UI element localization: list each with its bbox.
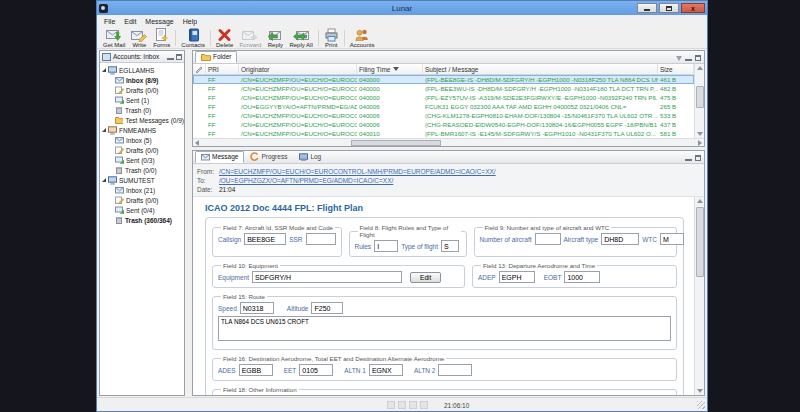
menu-edit[interactable]: Edit [120,17,140,26]
table-row[interactable]: FF /CN=EUCHZMFP/OU=EUCH/O=EUROCONT... 04… [193,75,694,84]
altn1-input[interactable] [369,364,403,376]
tree-folder-inbox[interactable]: Inbox (8/9) [102,75,184,85]
minimize-button[interactable] [637,3,657,13]
reply-all-button[interactable]: Reply All [286,27,315,48]
scroll-left-icon[interactable] [195,140,199,146]
form-vertical-scrollbar[interactable] [694,197,704,395]
ssr-input[interactable] [306,233,336,245]
panel-minimize-icon[interactable] [685,55,692,61]
tree-folder-drafts[interactable]: Drafts (0/0) [102,195,184,205]
tree-folder-inbox[interactable]: Inbox (21) [102,185,184,195]
table-row[interactable]: FF /CN=EUCHZMFP/OU=EUCH/O=EUROCONT... 04… [193,93,694,102]
to-address-link[interactable]: /OU=EGPHZGZX/O=AFTN/PRMD=EG/ADMD=ICAO/C=… [219,177,393,184]
expander-icon[interactable] [102,128,106,132]
speed-input[interactable] [240,302,274,314]
altitude-input[interactable] [311,302,343,314]
callsign-input[interactable] [244,233,286,245]
table-row[interactable]: FF /CN=EUCHZMFP/OU=EUCH/O=EUROCONT... 04… [193,84,694,93]
reply-button[interactable]: Reply [264,27,286,48]
wtc-input[interactable] [660,233,684,245]
list-horizontal-scrollbar[interactable] [193,138,704,146]
type-of-flight-input[interactable] [441,240,459,252]
altn2-input[interactable] [438,364,472,376]
column-originator[interactable]: Originator [239,64,357,74]
contacts-button[interactable]: Contacts [178,27,208,48]
expander-icon[interactable] [102,178,106,182]
route-textarea[interactable]: TLA N864 DCS UN615 CROFT [218,316,671,341]
panel-minimize-icon[interactable] [167,54,174,60]
scroll-down-icon[interactable] [697,132,703,136]
rules-input[interactable] [374,240,398,252]
accounts-button[interactable]: Accounts [347,27,378,48]
tree-folder-sent[interactable]: Sent (0/4) [102,205,184,215]
tab-folder[interactable]: Folder [195,51,237,63]
column-subject[interactable]: Subject / Message [423,64,658,74]
equipment-input[interactable] [252,271,402,283]
column-filing-time[interactable]: Filing Time [357,64,423,74]
scroll-right-icon[interactable] [698,140,702,146]
panel-maximize-icon[interactable] [176,54,182,60]
number-of-aircraft-input[interactable] [535,233,561,245]
sidebar-splitter[interactable] [185,50,192,396]
scrollbar-thumb[interactable] [696,207,704,277]
cell-filing-time: 040000 [357,85,423,92]
menu-help[interactable]: Help [179,17,201,26]
tree-folder-drafts[interactable]: Drafts (0/0) [102,85,184,95]
tab-message[interactable]: Message [195,151,244,163]
tree-folder-inbox[interactable]: Inbox (5) [102,135,184,145]
close-button[interactable]: x [681,3,705,13]
filter-icon[interactable] [676,56,682,61]
scroll-up-icon[interactable] [697,199,703,203]
write-button[interactable]: Write [128,27,150,48]
folder-label: Sent (1) [126,97,149,104]
tree-folder-sent[interactable]: Sent (0/3) [102,155,184,165]
table-row[interactable]: FF /CN=EUCHZMFP/OU=EUCH/O=EUROCONT... 04… [193,129,694,138]
get-mail-button[interactable]: Get Mail [100,27,128,48]
message-tab-icon [201,153,210,161]
table-row[interactable]: FF /OU=EGGYYBYA/O=AFTN/PRMD=EG/ADM... 04… [193,102,694,111]
tree-folder-trash[interactable]: Trash (0/0) [102,165,184,175]
panel-maximize-icon[interactable] [695,55,701,61]
tree-account-fnmeamhs[interactable]: FNMEAMHS [102,125,184,135]
tree-account-sumutest[interactable]: SUMUTEST [102,175,184,185]
list-vertical-scrollbar[interactable] [694,64,704,138]
scroll-up-icon[interactable] [697,66,703,70]
speed-label: Speed [218,305,237,312]
menu-message[interactable]: Message [141,17,177,26]
forward-button[interactable]: Forward [236,27,264,48]
tree-folder-trash[interactable]: Trash (0) [102,105,184,115]
aircraft-type-input[interactable] [601,233,639,245]
table-row[interactable]: FF /CN=EUCHZMFP/OU=EUCH/O=EUROCONT... 04… [193,111,694,120]
scrollbar-thumb[interactable] [696,86,704,108]
title-bar[interactable]: Lunar x [97,1,707,15]
adep-input[interactable] [499,271,535,283]
tree-folder-drafts[interactable]: Drafts (0/0) [102,145,184,155]
panel-maximize-icon[interactable] [695,155,701,161]
eet-input[interactable] [299,364,333,376]
table-row[interactable]: FF /CN=EUCHZMFP/OU=EUCH/O=EUROCONT... 04… [193,120,694,129]
column-size[interactable]: Size [658,64,694,74]
tab-progress[interactable]: Progress [244,151,293,163]
panel-minimize-icon[interactable] [685,155,692,161]
tree-folder-sent[interactable]: Sent (1) [102,95,184,105]
from-address-link[interactable]: /CN=EUCHZMFP/OU=EUCH/O=EUROCONTROL-NMH/P… [219,168,496,175]
column-pri[interactable]: PRI [206,64,239,74]
resize-grip-icon[interactable] [697,401,705,409]
rules-label: Rules [355,243,372,250]
tree-folder-test-messages[interactable]: Test Messages (0/9) [102,115,184,125]
maximize-button[interactable] [659,3,679,13]
edit-button[interactable]: Edit [410,272,441,283]
menu-file[interactable]: File [100,17,119,26]
forms-button[interactable]: Forms [150,27,173,48]
tab-log[interactable]: Log [293,151,327,163]
ades-input[interactable] [239,364,273,376]
delete-button[interactable]: Delete [213,27,236,48]
scroll-down-icon[interactable] [697,389,703,393]
expander-icon[interactable] [102,68,106,72]
tree-account-egllamhs[interactable]: EGLLAMHS [102,65,184,75]
eobt-input[interactable] [564,271,600,283]
column-annotation[interactable] [193,64,206,74]
scrollbar-thumb[interactable] [351,140,441,146]
print-button[interactable]: Print [321,27,342,48]
tree-folder-trash[interactable]: Trash (360/364) [102,215,184,225]
